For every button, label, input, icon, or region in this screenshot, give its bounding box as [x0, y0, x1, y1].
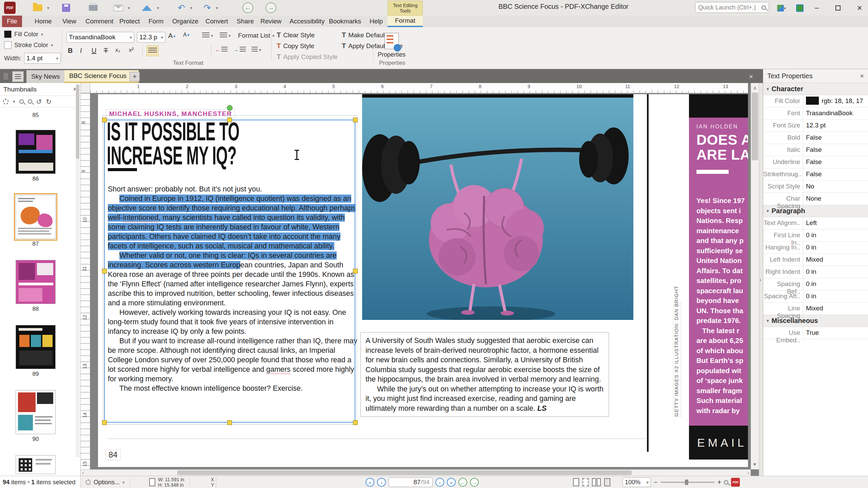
next-page-button[interactable]: › [435, 478, 444, 487]
superscript-button[interactable]: x² [129, 47, 134, 54]
open-in-adobe-icon[interactable]: PDF [731, 478, 740, 487]
prop-row-font-size[interactable]: Font Size12.3 pt [763, 120, 868, 132]
prop-row-underline[interactable]: UnderlineFalse [763, 156, 868, 168]
email-icon[interactable] [112, 2, 125, 14]
zoom-in-icon[interactable] [19, 99, 24, 104]
resize-handle-bottom-center[interactable] [227, 420, 232, 425]
menu-format-tab[interactable]: Format [388, 16, 423, 27]
menu-organize[interactable]: Organize [167, 16, 203, 27]
thumbnail-page-89[interactable]: 89 [14, 325, 58, 378]
undo-caret-icon[interactable]: ▾ [189, 2, 194, 14]
options-button[interactable]: Options...▾ [85, 476, 133, 488]
menu-form[interactable]: Form [144, 16, 168, 27]
rotate-cw-icon[interactable]: ↻ [46, 98, 52, 106]
section-paragraph[interactable]: ▾Paragraph [763, 205, 868, 217]
print-icon[interactable] [87, 2, 100, 14]
previous-page-button[interactable]: ‹ [377, 478, 386, 487]
prop-row-spacing-after[interactable]: Spacing Aft..0 in [763, 290, 868, 303]
prop-row-use-embedded[interactable]: Use Embed..True [763, 327, 868, 339]
first-page-button[interactable]: « [366, 478, 374, 487]
prop-row-left-indent[interactable]: Left IndentMixed [763, 254, 868, 266]
single-page-icon[interactable] [573, 478, 579, 486]
prop-row-text-alignment[interactable]: Text Alignm..Left [763, 217, 868, 229]
two-page-view-icon[interactable] [592, 478, 601, 486]
email-caret-icon[interactable]: ▾ [126, 2, 132, 14]
panes-list-icon[interactable] [12, 71, 24, 82]
resize-handle-top-left[interactable] [102, 118, 107, 122]
copy-style-button[interactable]: TCopy Style [277, 42, 314, 50]
prop-row-fill-color[interactable]: Fill Color rgb: 18, 18, 17 [763, 95, 868, 107]
document-canvas[interactable]: MICHAEL HUSKINS, MANCHESTER IS IT POSSIB… [90, 93, 748, 469]
format-list-button[interactable]: Format List▾ [238, 32, 275, 39]
rotation-handle[interactable] [227, 105, 233, 111]
menu-help[interactable]: Help [365, 16, 388, 27]
close-document-button[interactable]: × [746, 72, 756, 81]
menu-share[interactable]: Share [232, 16, 259, 27]
prop-row-hanging-indent[interactable]: Hanging In..0 in [763, 242, 868, 254]
caption-box[interactable]: A University of South Wales study sugges… [360, 332, 609, 417]
decrease-indent-button[interactable]: ← [215, 47, 228, 53]
ruler-origin[interactable] [81, 83, 90, 93]
prop-row-first-line-indent[interactable]: First Line In..0 in [763, 229, 868, 242]
session-icon[interactable] [793, 2, 806, 14]
menu-review[interactable]: Review [256, 16, 286, 27]
prop-row-script-style[interactable]: Script StyleNo [763, 181, 868, 193]
section-miscellaneous[interactable]: ▾Miscellaneous [763, 315, 868, 327]
prop-row-right-indent[interactable]: Right Indent0 in [763, 266, 868, 278]
zoom-out-button[interactable]: − [654, 479, 658, 486]
resize-handle-top-center[interactable] [227, 118, 232, 122]
bold-button[interactable]: B [68, 47, 73, 55]
italic-button[interactable]: I [80, 47, 82, 55]
grow-font-button[interactable]: A▲ [168, 32, 176, 40]
fill-color-button[interactable]: Fill Color▾ [4, 30, 43, 38]
prop-row-char-spacing[interactable]: Char SpacingNone [763, 193, 868, 205]
thumbnail-page-85[interactable]: 85 [14, 110, 58, 119]
thumbnail-page-88[interactable]: 88 [14, 260, 58, 312]
page-number-input[interactable]: 87/94 [389, 477, 433, 487]
properties-button[interactable]: Properties [377, 29, 406, 62]
subscript-button[interactable]: x₂ [115, 47, 120, 54]
line-spacing-button[interactable]: ▾ [252, 47, 261, 53]
resize-handle-bottom-right[interactable] [353, 420, 358, 425]
text-selection-frame[interactable] [104, 120, 355, 423]
nav-forward-icon[interactable]: → [264, 2, 277, 14]
thumbnail-page-90[interactable]: 90 [14, 390, 58, 443]
clear-style-button[interactable]: TClear Style [277, 31, 315, 39]
thumbnail-page-87[interactable]: 87 [14, 195, 58, 247]
numbered-list-button[interactable]: ▾ [220, 33, 231, 39]
panel-collapse-strip[interactable]: › [759, 83, 763, 476]
menu-bookmarks[interactable]: Bookmarks [324, 16, 366, 27]
gear-icon[interactable] [3, 99, 9, 105]
ui-options-icon[interactable]: ▾ [775, 2, 788, 14]
view-back-button[interactable]: ← [458, 478, 467, 487]
menu-comment[interactable]: Comment [81, 16, 118, 27]
quick-launch-input[interactable]: Quick Launch (Ctrl+.) [695, 2, 769, 13]
prop-row-line-spacing[interactable]: Line SpacingMixed [763, 303, 868, 315]
maximize-button[interactable] [830, 2, 846, 14]
font-size-select[interactable]: 12.3 p▾ [137, 32, 165, 43]
section-character[interactable]: ▾Character [763, 83, 868, 95]
open-file-icon[interactable] [31, 2, 44, 14]
increase-indent-button[interactable]: → [233, 47, 246, 53]
close-window-button[interactable]: × [852, 2, 867, 14]
menu-view[interactable]: View [58, 16, 81, 27]
apply-copied-style-button[interactable]: TApply Copied Style [277, 53, 338, 61]
resize-handle-mid-right[interactable] [353, 269, 358, 273]
scan-icon[interactable] [140, 2, 153, 14]
thumbnail-page-86[interactable]: 86 [14, 130, 58, 182]
nav-back-icon[interactable]: ← [241, 2, 254, 14]
view-forward-button[interactable]: → [470, 478, 479, 487]
prop-row-bold[interactable]: BoldFalse [763, 132, 868, 144]
gear-caret-icon[interactable]: ▾ [13, 99, 15, 104]
close-properties-icon[interactable]: × [860, 72, 864, 80]
font-family-select[interactable]: TrasandinaBook▾ [66, 32, 134, 43]
prop-row-italic[interactable]: ItalicFalse [763, 144, 868, 156]
doc-tab-bbc-science-focus[interactable]: BBC Science Focus× [64, 70, 139, 83]
save-icon[interactable] [60, 2, 73, 14]
horizontal-scrollbar[interactable]: ‹ › [81, 469, 751, 476]
menu-convert[interactable]: Convert [201, 16, 233, 27]
open-caret-icon[interactable]: ▾ [45, 2, 51, 14]
last-page-button[interactable]: » [447, 478, 456, 487]
align-left-button[interactable] [146, 45, 159, 56]
menu-protect[interactable]: Protect [115, 16, 144, 27]
